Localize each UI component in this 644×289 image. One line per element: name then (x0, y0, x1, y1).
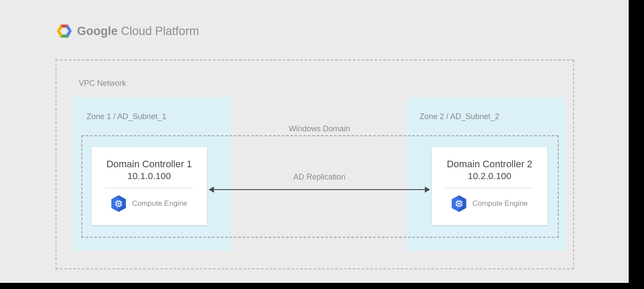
svg-rect-18 (118, 203, 119, 204)
header: Google Cloud Platform (57, 25, 199, 38)
header-title-rest: Cloud Platform (118, 25, 199, 38)
dc2-ip: 10.2.0.100 (432, 171, 547, 181)
ad-replication-label: AD Replication (209, 173, 430, 182)
dc2-title: Domain Controller 2 (432, 159, 547, 170)
dc1-divider (105, 187, 193, 188)
arrow-line (213, 189, 426, 190)
svg-rect-30 (458, 203, 460, 204)
ad-replication-arrow: AD Replication (209, 180, 430, 196)
dc1-engine-label: Compute Engine (132, 199, 188, 208)
gcp-logo-icon (57, 25, 72, 38)
arrow-head-left-icon (209, 187, 214, 193)
domain-controller-1-card: Domain Controller 1 10.1.0.100 (91, 147, 207, 225)
diagram-canvas: Google Cloud Platform VPC Network Zone 1… (0, 0, 629, 283)
compute-engine-icon (452, 195, 466, 212)
windows-domain-label: Windows Domain (289, 124, 350, 134)
dc1-engine-row: Compute Engine (91, 195, 207, 212)
dc2-divider (446, 187, 533, 188)
dc1-title: Domain Controller 1 (91, 159, 207, 170)
dc2-engine-row: Compute Engine (432, 195, 547, 212)
compute-engine-icon (111, 195, 126, 212)
dc2-engine-label: Compute Engine (472, 199, 528, 208)
vpc-network-label: VPC Network (79, 79, 126, 88)
zone-1-label: Zone 1 / AD_Subnet_1 (87, 112, 166, 121)
header-title: Google Cloud Platform (77, 25, 199, 37)
arrow-head-right-icon (425, 187, 430, 193)
header-title-google: Google (77, 25, 118, 38)
domain-controller-2-card: Domain Controller 2 10.2.0.100 (432, 147, 547, 225)
zone-2-label: Zone 2 / AD_Subnet_2 (420, 112, 499, 121)
dc1-ip: 10.1.0.100 (91, 171, 207, 181)
